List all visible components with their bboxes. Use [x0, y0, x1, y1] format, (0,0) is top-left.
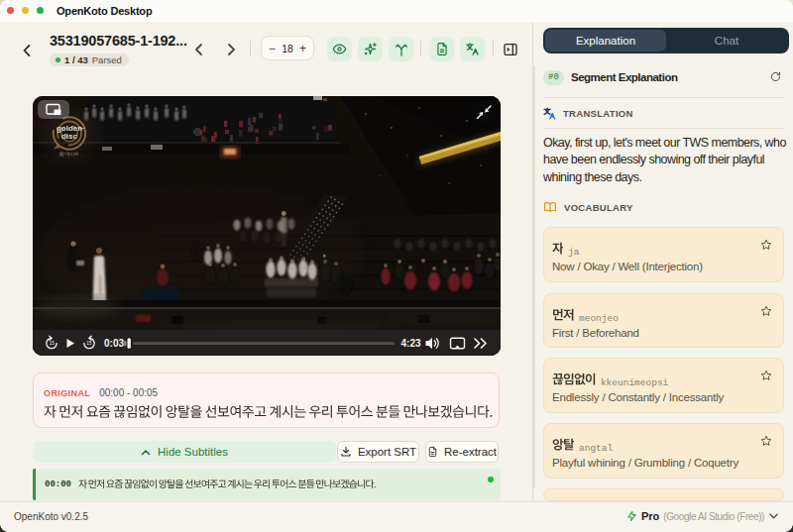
svg-text:4:23: 4:23	[401, 338, 421, 349]
svg-text:disc: disc	[61, 132, 78, 141]
svg-text:15: 15	[86, 341, 92, 346]
svg-text:0:03: 0:03	[104, 338, 124, 349]
svg-text:홟에이트: 홟에이트	[59, 151, 79, 157]
svg-text:15: 15	[50, 341, 56, 346]
